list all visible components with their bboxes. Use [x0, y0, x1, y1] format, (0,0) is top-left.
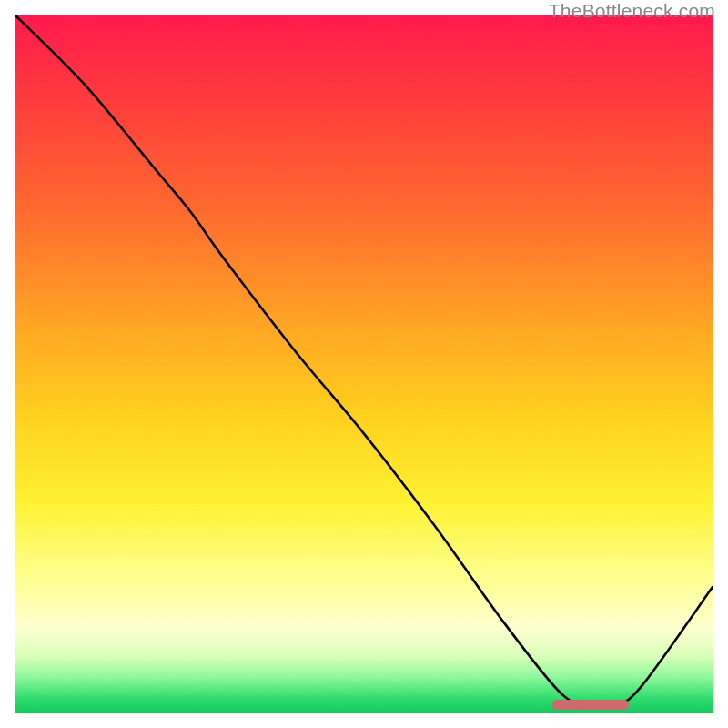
optimum-marker	[552, 700, 629, 710]
chart-stage: TheBottleneck.com	[0, 0, 728, 728]
gradient-background	[15, 15, 713, 713]
watermark-text: TheBottleneck.com	[549, 0, 715, 22]
